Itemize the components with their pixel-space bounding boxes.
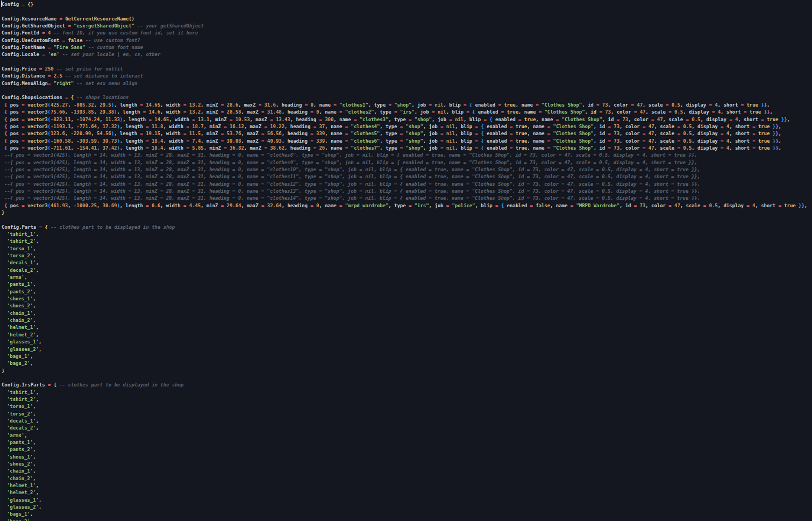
- indent-guide: [2, 446, 7, 453]
- code-line: Config.ShopsLocations = { -- shops locat…: [2, 94, 812, 101]
- indent-guide: [2, 396, 7, 403]
- indent-guide: [2, 353, 7, 360]
- code-line: { pos = vector3(75.66, -1393.85, 29.38),…: [2, 109, 812, 116]
- indent-guide: [2, 302, 7, 309]
- indent-guide: [2, 454, 7, 461]
- code-line: Config.Price = 250 -- set price for outf…: [2, 66, 812, 73]
- code-line: { pos = vector3(-823.11, -1074.24, 11.33…: [2, 116, 812, 123]
- code-line: { pos = vector3(-160.58, -303.59, 39.73)…: [2, 138, 812, 145]
- code-line: 'helmet_1',: [2, 482, 812, 489]
- indent-guide: [2, 310, 7, 317]
- code-line: { pos = vector3(461.93, -1000.25, 30.69)…: [2, 202, 812, 209]
- code-content: Config = {}Config.ResourceName = GetCurr…: [0, 0, 812, 521]
- code-line: { pos = vector3(-1193.1, -771.64, 17.32)…: [2, 123, 812, 130]
- code-line: 'chain_1',: [2, 468, 812, 475]
- code-line: 'glasses_2',: [2, 504, 812, 511]
- indent-guide: [2, 389, 7, 396]
- code-line: Config.FontId = 4 -- font ID, if you use…: [2, 30, 812, 37]
- code-line: --{ pos = vector3(425), length = 14, wid…: [2, 195, 812, 202]
- code-line: --{ pos = vector3(425), length = 14, wid…: [2, 181, 812, 188]
- code-line: 'torso_1',: [2, 245, 812, 252]
- code-line: Config.Distance = 2.5 -- set distance to…: [2, 73, 812, 80]
- code-line: 'shoes_2',: [2, 461, 812, 468]
- indent-guide: [2, 418, 7, 425]
- code-line: --{ pos = vector3(425), length = 14, wid…: [2, 173, 812, 180]
- code-line: Config = {}: [2, 1, 812, 8]
- code-line: 'chain_2',: [2, 475, 812, 482]
- code-line: [2, 59, 812, 66]
- indent-guide: [2, 518, 7, 521]
- code-line: 'bags_1',: [2, 511, 812, 518]
- code-line: Config.UseCustomFont = false -- use cust…: [2, 37, 812, 44]
- code-line: 'shoes_1',: [2, 295, 812, 302]
- indent-guide: [2, 432, 7, 439]
- indent-guide: [2, 267, 7, 274]
- indent-guide: [2, 475, 7, 482]
- indent-guide: [2, 497, 7, 504]
- code-line: 'tshirt_1',: [2, 231, 812, 238]
- indent-guide: [2, 252, 7, 259]
- code-line: Config.GetSharedObject = "esx:getSharedO…: [2, 23, 812, 30]
- code-line: 'decals_1',: [2, 259, 812, 266]
- indent-guide: [2, 231, 7, 238]
- indent-guide: [2, 461, 7, 468]
- code-line: }: [2, 368, 812, 375]
- indent-guide: [2, 288, 7, 295]
- indent-guide: [2, 245, 7, 252]
- indent-guide: [2, 482, 7, 489]
- code-line: 'decals_2',: [2, 425, 812, 432]
- code-line: 'glasses_2',: [2, 346, 812, 353]
- code-line: 'chain_1',: [2, 310, 812, 317]
- code-line: 'glasses_1',: [2, 339, 812, 346]
- code-line: 'pants_1',: [2, 281, 812, 288]
- code-line: 'shoes_1',: [2, 454, 812, 461]
- code-line: 'pants_2',: [2, 446, 812, 453]
- indent-guide: [2, 317, 7, 324]
- indent-guide: [2, 489, 7, 496]
- code-line: 'helmet_1',: [2, 324, 812, 331]
- code-line: 'bags_2',: [2, 518, 812, 521]
- code-line: 'pants_1',: [2, 439, 812, 446]
- code-line: 'decals_2',: [2, 267, 812, 274]
- indent-guide: [2, 281, 7, 288]
- code-line: 'bags_2',: [2, 360, 812, 367]
- indent-guide: [2, 324, 7, 331]
- code-line: Config.FontName = "Fire Sans" -- custom …: [2, 44, 812, 51]
- indent-guide: [2, 403, 7, 410]
- code-line: 'shoes_2',: [2, 302, 812, 309]
- code-line: 'arms',: [2, 432, 812, 439]
- code-line: 'glasses_1',: [2, 497, 812, 504]
- indent-guide: [2, 274, 7, 281]
- code-line: 'arms',: [2, 274, 812, 281]
- code-line: 'torso_1',: [2, 403, 812, 410]
- code-line: [2, 8, 812, 15]
- indent-guide: [2, 295, 7, 302]
- code-editor[interactable]: Config = {}Config.ResourceName = GetCurr…: [0, 0, 812, 521]
- indent-guide: [2, 511, 7, 518]
- code-line: [2, 216, 812, 223]
- code-line: 'tshirt_1',: [2, 389, 812, 396]
- code-line: 'decals_1',: [2, 418, 812, 425]
- code-line: 'tshirt_2',: [2, 396, 812, 403]
- indent-guide: [2, 411, 7, 418]
- indent-guide: [2, 332, 7, 339]
- code-line: 'chain_2',: [2, 317, 812, 324]
- code-line: 'bags_1',: [2, 353, 812, 360]
- indent-guide: [2, 468, 7, 475]
- code-line: --{ pos = vector3(425), length = 14, wid…: [2, 152, 812, 159]
- indent-guide: [2, 238, 7, 245]
- code-line: }: [2, 209, 812, 216]
- indent-guide: [2, 339, 7, 346]
- code-line: --{ pos = vector3(425), length = 14, wid…: [2, 166, 812, 173]
- code-line: 'helmet_2',: [2, 332, 812, 339]
- code-line: Config.Parts = { -- clothes part to be d…: [2, 224, 812, 231]
- code-line: --{ pos = vector3(425), length = 14, wid…: [2, 188, 812, 195]
- indent-guide: [2, 259, 7, 266]
- indent-guide: [2, 504, 7, 511]
- code-line: 'torso_2',: [2, 252, 812, 259]
- code-line: [2, 87, 812, 94]
- code-line: Config.Locale = 'en' -- set your locale …: [2, 51, 812, 58]
- code-line: 'helmet_2',: [2, 489, 812, 496]
- code-line: 'pants_2',: [2, 288, 812, 295]
- indent-guide: [2, 425, 7, 432]
